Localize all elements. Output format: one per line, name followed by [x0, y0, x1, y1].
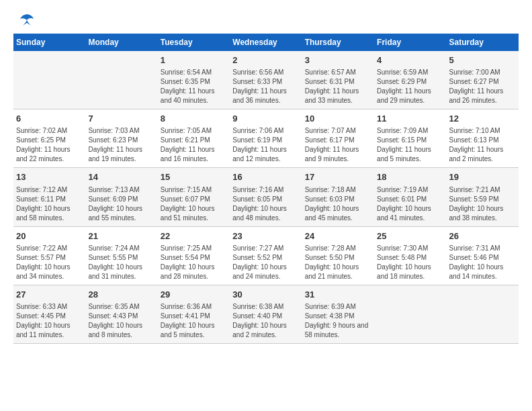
- calendar-cell: 20Sunrise: 7:22 AMSunset: 5:57 PMDayligh…: [13, 226, 85, 285]
- calendar-cell: 17Sunrise: 7:18 AMSunset: 6:03 PMDayligh…: [302, 168, 374, 226]
- day-info: Sunset: 6:13 PM: [449, 136, 516, 145]
- calendar-cell: 26Sunrise: 7:31 AMSunset: 5:46 PMDayligh…: [447, 226, 519, 285]
- week-row-1: 1Sunrise: 6:54 AMSunset: 6:35 PMDaylight…: [13, 51, 519, 109]
- day-number: 8: [161, 113, 227, 125]
- day-info: Sunset: 5:59 PM: [449, 195, 516, 204]
- day-number: 18: [377, 171, 443, 183]
- day-info: Sunset: 6:27 PM: [449, 77, 516, 87]
- day-number: 5: [449, 54, 516, 66]
- calendar-cell: [85, 51, 157, 109]
- calendar-cell: 11Sunrise: 7:09 AMSunset: 6:15 PMDayligh…: [374, 109, 446, 168]
- logo: [13, 13, 35, 27]
- calendar-cell: 16Sunrise: 7:16 AMSunset: 6:05 PMDayligh…: [230, 168, 302, 226]
- day-info: Sunrise: 6:59 AM: [377, 68, 443, 77]
- day-info: Sunset: 6:21 PM: [161, 136, 227, 145]
- day-number: 20: [16, 230, 83, 242]
- day-info: Daylight: 10 hours and 45 minutes.: [305, 204, 371, 223]
- day-info: Daylight: 10 hours and 18 minutes.: [377, 263, 443, 281]
- day-info: Sunrise: 7:18 AM: [305, 185, 371, 195]
- day-info: Daylight: 11 hours and 19 minutes.: [88, 145, 154, 164]
- day-info: Sunrise: 7:28 AM: [305, 244, 371, 253]
- day-number: 2: [232, 54, 299, 66]
- day-info: Sunrise: 7:05 AM: [161, 126, 227, 136]
- day-info: Sunset: 4:43 PM: [88, 312, 154, 321]
- calendar-cell: 15Sunrise: 7:15 AMSunset: 6:07 PMDayligh…: [158, 168, 230, 226]
- day-info: Sunset: 6:01 PM: [377, 195, 443, 204]
- day-info: Sunrise: 7:10 AM: [449, 126, 516, 136]
- day-info: Sunset: 6:17 PM: [305, 136, 371, 145]
- calendar-cell: [374, 285, 446, 343]
- calendar-cell: 13Sunrise: 7:12 AMSunset: 6:11 PMDayligh…: [13, 168, 85, 226]
- day-number: 13: [16, 171, 83, 183]
- logo-bird-icon: [15, 13, 35, 27]
- calendar-cell: 10Sunrise: 7:07 AMSunset: 6:17 PMDayligh…: [302, 109, 374, 168]
- day-info: Daylight: 10 hours and 58 minutes.: [16, 204, 83, 223]
- day-info: Sunset: 6:25 PM: [16, 136, 83, 145]
- day-info: Daylight: 11 hours and 22 minutes.: [16, 145, 83, 164]
- week-row-5: 27Sunrise: 6:33 AMSunset: 4:45 PMDayligh…: [13, 285, 519, 343]
- page-header: [13, 13, 519, 27]
- day-number: 19: [449, 171, 516, 183]
- calendar-cell: 9Sunrise: 7:06 AMSunset: 6:19 PMDaylight…: [230, 109, 302, 168]
- day-info: Sunrise: 6:56 AM: [232, 68, 299, 77]
- day-number: 27: [16, 289, 83, 301]
- day-info: Daylight: 10 hours and 5 minutes.: [161, 321, 227, 340]
- day-info: Daylight: 9 hours and 58 minutes.: [305, 321, 371, 340]
- calendar-cell: 28Sunrise: 6:35 AMSunset: 4:43 PMDayligh…: [85, 285, 157, 343]
- calendar-cell: 29Sunrise: 6:36 AMSunset: 4:41 PMDayligh…: [158, 285, 230, 343]
- day-header-sunday: Sunday: [13, 34, 85, 51]
- calendar-cell: 31Sunrise: 6:39 AMSunset: 4:38 PMDayligh…: [302, 285, 374, 343]
- day-info: Sunrise: 7:31 AM: [449, 244, 516, 253]
- day-info: Sunrise: 7:27 AM: [232, 244, 299, 253]
- day-info: Sunrise: 7:30 AM: [377, 244, 443, 253]
- day-info: Sunrise: 6:57 AM: [305, 68, 371, 77]
- day-info: Daylight: 10 hours and 24 minutes.: [232, 263, 299, 281]
- day-info: Daylight: 10 hours and 14 minutes.: [449, 263, 516, 281]
- day-info: Sunrise: 7:16 AM: [232, 185, 299, 195]
- day-number: 14: [88, 171, 154, 183]
- calendar-header: SundayMondayTuesdayWednesdayThursdayFrid…: [13, 34, 519, 51]
- day-number: 17: [305, 171, 371, 183]
- day-info: Daylight: 10 hours and 34 minutes.: [16, 263, 83, 281]
- day-info: Sunrise: 7:06 AM: [232, 126, 299, 136]
- day-number: 11: [377, 113, 443, 125]
- week-row-4: 20Sunrise: 7:22 AMSunset: 5:57 PMDayligh…: [13, 226, 519, 285]
- day-info: Sunrise: 7:25 AM: [161, 244, 227, 253]
- day-number: 7: [88, 113, 154, 125]
- day-info: Sunrise: 7:24 AM: [88, 244, 154, 253]
- day-number: 30: [232, 289, 299, 301]
- calendar-cell: [447, 285, 519, 343]
- day-number: 28: [88, 289, 154, 301]
- day-info: Sunrise: 6:38 AM: [232, 302, 299, 312]
- day-info: Sunset: 6:09 PM: [88, 195, 154, 204]
- week-row-2: 6Sunrise: 7:02 AMSunset: 6:25 PMDaylight…: [13, 109, 519, 168]
- calendar-cell: [13, 51, 85, 109]
- day-info: Daylight: 11 hours and 40 minutes.: [161, 87, 227, 105]
- calendar-cell: 14Sunrise: 7:13 AMSunset: 6:09 PMDayligh…: [85, 168, 157, 226]
- day-info: Daylight: 11 hours and 5 minutes.: [377, 145, 443, 164]
- day-number: 31: [305, 289, 371, 301]
- calendar-cell: 27Sunrise: 6:33 AMSunset: 4:45 PMDayligh…: [13, 285, 85, 343]
- day-info: Daylight: 10 hours and 51 minutes.: [161, 204, 227, 223]
- day-info: Sunrise: 6:36 AM: [161, 302, 227, 312]
- header-row: SundayMondayTuesdayWednesdayThursdayFrid…: [13, 34, 519, 51]
- day-info: Sunset: 5:52 PM: [232, 253, 299, 263]
- day-number: 29: [161, 289, 227, 301]
- day-header-tuesday: Tuesday: [158, 34, 230, 51]
- day-number: 24: [305, 230, 371, 242]
- day-info: Sunrise: 6:54 AM: [161, 68, 227, 77]
- day-info: Sunrise: 6:39 AM: [305, 302, 371, 312]
- calendar-cell: 1Sunrise: 6:54 AMSunset: 6:35 PMDaylight…: [158, 51, 230, 109]
- day-info: Daylight: 11 hours and 26 minutes.: [449, 87, 516, 105]
- day-info: Sunrise: 7:09 AM: [377, 126, 443, 136]
- day-info: Sunset: 5:55 PM: [88, 253, 154, 263]
- day-info: Daylight: 10 hours and 38 minutes.: [449, 204, 516, 223]
- day-info: Daylight: 11 hours and 36 minutes.: [232, 87, 299, 105]
- day-number: 26: [449, 230, 516, 242]
- day-info: Daylight: 11 hours and 33 minutes.: [305, 87, 371, 105]
- calendar-cell: 12Sunrise: 7:10 AMSunset: 6:13 PMDayligh…: [447, 109, 519, 168]
- day-info: Sunset: 6:35 PM: [161, 77, 227, 87]
- day-info: Sunset: 6:15 PM: [377, 136, 443, 145]
- day-info: Daylight: 10 hours and 2 minutes.: [232, 321, 299, 340]
- day-header-monday: Monday: [85, 34, 157, 51]
